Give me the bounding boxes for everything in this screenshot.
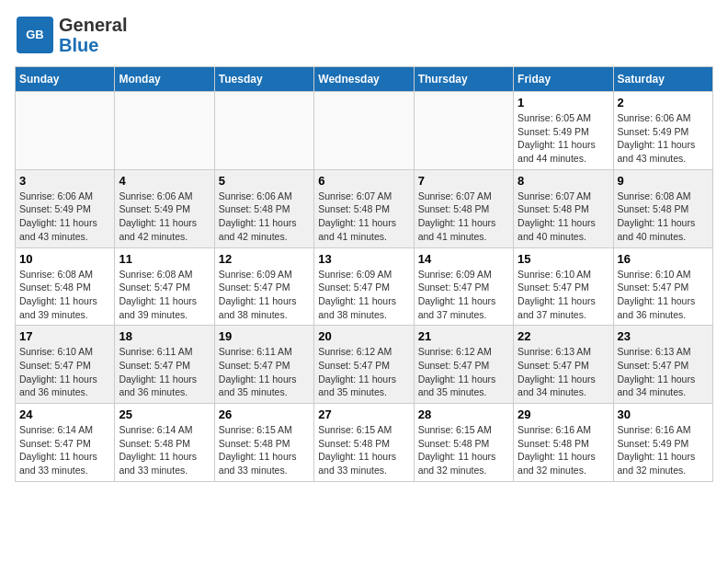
calendar-empty [314,92,414,170]
day-number: 18 [119,329,210,343]
day-number: 16 [618,252,709,266]
day-number: 30 [618,408,709,421]
day-info: Sunrise: 6:08 AM Sunset: 5:48 PM Dayligh… [19,268,110,322]
calendar-day-2: 2Sunrise: 6:06 AM Sunset: 5:49 PM Daylig… [613,92,712,170]
logo-icon: GB [15,15,55,55]
day-number: 23 [618,329,709,343]
day-number: 3 [19,174,110,188]
day-info: Sunrise: 6:10 AM Sunset: 5:47 PM Dayligh… [618,268,709,322]
calendar-day-17: 17Sunrise: 6:10 AM Sunset: 5:47 PM Dayli… [16,326,115,404]
day-number: 9 [618,174,709,188]
calendar-day-11: 11Sunrise: 6:08 AM Sunset: 5:47 PM Dayli… [115,247,214,326]
day-number: 28 [418,408,509,421]
day-number: 25 [119,408,210,421]
calendar-day-1: 1Sunrise: 6:05 AM Sunset: 5:49 PM Daylig… [514,92,613,170]
day-info: Sunrise: 6:08 AM Sunset: 5:48 PM Dayligh… [618,190,709,244]
calendar-day-15: 15Sunrise: 6:10 AM Sunset: 5:47 PM Dayli… [514,247,613,326]
day-number: 21 [418,329,509,343]
day-info: Sunrise: 6:16 AM Sunset: 5:49 PM Dayligh… [618,423,709,477]
day-info: Sunrise: 6:15 AM Sunset: 5:48 PM Dayligh… [418,423,509,477]
day-number: 10 [19,252,110,266]
header-friday: Friday [514,67,613,92]
day-info: Sunrise: 6:06 AM Sunset: 5:48 PM Dayligh… [219,190,310,244]
day-info: Sunrise: 6:07 AM Sunset: 5:48 PM Dayligh… [318,190,409,244]
day-number: 22 [518,329,609,343]
calendar-day-25: 25Sunrise: 6:14 AM Sunset: 5:48 PM Dayli… [115,404,214,482]
header-thursday: Thursday [414,67,513,92]
day-info: Sunrise: 6:11 AM Sunset: 5:47 PM Dayligh… [219,345,310,399]
calendar-header-row: SundayMondayTuesdayWednesdayThursdayFrid… [16,67,713,92]
calendar-week-row: 10Sunrise: 6:08 AM Sunset: 5:48 PM Dayli… [16,247,713,326]
day-info: Sunrise: 6:06 AM Sunset: 5:49 PM Dayligh… [119,190,210,244]
calendar-empty [414,92,513,170]
logo: GB General Blue [15,15,127,55]
day-info: Sunrise: 6:10 AM Sunset: 5:47 PM Dayligh… [19,345,110,399]
day-info: Sunrise: 6:09 AM Sunset: 5:47 PM Dayligh… [418,268,509,322]
calendar-day-20: 20Sunrise: 6:12 AM Sunset: 5:47 PM Dayli… [314,326,414,404]
day-info: Sunrise: 6:06 AM Sunset: 5:49 PM Dayligh… [19,190,110,244]
day-number: 1 [518,96,609,109]
calendar-empty [16,92,115,170]
day-info: Sunrise: 6:13 AM Sunset: 5:47 PM Dayligh… [618,345,709,399]
day-info: Sunrise: 6:13 AM Sunset: 5:47 PM Dayligh… [518,345,609,399]
calendar-day-22: 22Sunrise: 6:13 AM Sunset: 5:47 PM Dayli… [514,326,613,404]
day-info: Sunrise: 6:09 AM Sunset: 5:47 PM Dayligh… [318,268,409,322]
calendar-day-10: 10Sunrise: 6:08 AM Sunset: 5:48 PM Dayli… [16,247,115,326]
day-number: 19 [219,329,310,343]
day-number: 20 [318,329,409,343]
day-number: 4 [119,174,210,188]
header-saturday: Saturday [613,67,712,92]
day-info: Sunrise: 6:11 AM Sunset: 5:47 PM Dayligh… [119,345,210,399]
calendar-day-21: 21Sunrise: 6:12 AM Sunset: 5:47 PM Dayli… [414,326,513,404]
calendar-empty [214,92,313,170]
calendar-week-row: 24Sunrise: 6:14 AM Sunset: 5:47 PM Dayli… [16,404,713,482]
header: GB General Blue [15,15,713,55]
day-info: Sunrise: 6:09 AM Sunset: 5:47 PM Dayligh… [219,268,310,322]
day-info: Sunrise: 6:14 AM Sunset: 5:47 PM Dayligh… [19,423,110,477]
day-info: Sunrise: 6:14 AM Sunset: 5:48 PM Dayligh… [119,423,210,477]
day-number: 14 [418,252,509,266]
calendar-week-row: 17Sunrise: 6:10 AM Sunset: 5:47 PM Dayli… [16,326,713,404]
calendar-day-3: 3Sunrise: 6:06 AM Sunset: 5:49 PM Daylig… [16,169,115,247]
day-number: 17 [19,329,110,343]
calendar-day-7: 7Sunrise: 6:07 AM Sunset: 5:48 PM Daylig… [414,169,513,247]
day-info: Sunrise: 6:10 AM Sunset: 5:47 PM Dayligh… [518,268,609,322]
calendar-day-14: 14Sunrise: 6:09 AM Sunset: 5:47 PM Dayli… [414,247,513,326]
day-number: 6 [318,174,409,188]
calendar-day-29: 29Sunrise: 6:16 AM Sunset: 5:48 PM Dayli… [514,404,613,482]
day-info: Sunrise: 6:07 AM Sunset: 5:48 PM Dayligh… [518,190,609,244]
day-info: Sunrise: 6:16 AM Sunset: 5:48 PM Dayligh… [518,423,609,477]
calendar-day-24: 24Sunrise: 6:14 AM Sunset: 5:47 PM Dayli… [16,404,115,482]
calendar-day-27: 27Sunrise: 6:15 AM Sunset: 5:48 PM Dayli… [314,404,414,482]
calendar-day-26: 26Sunrise: 6:15 AM Sunset: 5:48 PM Dayli… [214,404,313,482]
day-number: 12 [219,252,310,266]
calendar-day-4: 4Sunrise: 6:06 AM Sunset: 5:49 PM Daylig… [115,169,214,247]
day-number: 11 [119,252,210,266]
calendar-week-row: 1Sunrise: 6:05 AM Sunset: 5:49 PM Daylig… [16,92,713,170]
day-number: 24 [19,408,110,421]
header-monday: Monday [115,67,214,92]
day-info: Sunrise: 6:12 AM Sunset: 5:47 PM Dayligh… [418,345,509,399]
calendar-week-row: 3Sunrise: 6:06 AM Sunset: 5:49 PM Daylig… [16,169,713,247]
day-number: 8 [518,174,609,188]
day-number: 15 [518,252,609,266]
day-number: 29 [518,408,609,421]
header-wednesday: Wednesday [314,67,414,92]
day-info: Sunrise: 6:12 AM Sunset: 5:47 PM Dayligh… [318,345,409,399]
day-number: 26 [219,408,310,421]
day-info: Sunrise: 6:07 AM Sunset: 5:48 PM Dayligh… [418,190,509,244]
day-number: 2 [618,96,709,109]
calendar-day-12: 12Sunrise: 6:09 AM Sunset: 5:47 PM Dayli… [214,247,313,326]
calendar-day-8: 8Sunrise: 6:07 AM Sunset: 5:48 PM Daylig… [514,169,613,247]
calendar-day-30: 30Sunrise: 6:16 AM Sunset: 5:49 PM Dayli… [613,404,712,482]
calendar-day-9: 9Sunrise: 6:08 AM Sunset: 5:48 PM Daylig… [613,169,712,247]
day-info: Sunrise: 6:15 AM Sunset: 5:48 PM Dayligh… [318,423,409,477]
calendar-day-5: 5Sunrise: 6:06 AM Sunset: 5:48 PM Daylig… [214,169,313,247]
calendar-table: SundayMondayTuesdayWednesdayThursdayFrid… [15,66,713,482]
day-number: 5 [219,174,310,188]
day-number: 27 [318,408,409,421]
svg-text:GB: GB [26,28,44,41]
day-info: Sunrise: 6:15 AM Sunset: 5:48 PM Dayligh… [219,423,310,477]
logo-line1: General [59,15,127,35]
day-info: Sunrise: 6:08 AM Sunset: 5:47 PM Dayligh… [119,268,210,322]
